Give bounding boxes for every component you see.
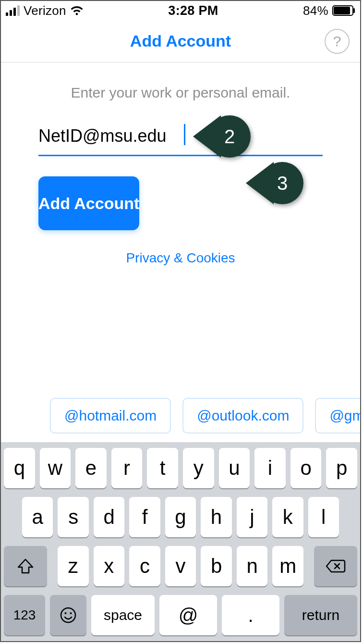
wifi-icon bbox=[70, 5, 84, 16]
key-v[interactable]: v bbox=[165, 546, 196, 586]
clock: 3:28 PM bbox=[168, 3, 218, 18]
text-cursor bbox=[184, 124, 185, 145]
carrier-label: Verizon bbox=[24, 3, 66, 18]
key-z[interactable]: z bbox=[58, 546, 89, 586]
key-backspace[interactable] bbox=[314, 546, 357, 586]
key-s[interactable]: s bbox=[58, 497, 88, 537]
key-t[interactable]: t bbox=[147, 448, 178, 488]
callout-3-label: 3 bbox=[277, 173, 288, 194]
add-account-button[interactable]: Add Account bbox=[38, 176, 139, 230]
key-d[interactable]: d bbox=[94, 497, 124, 537]
key-emoji[interactable] bbox=[50, 595, 86, 635]
email-input[interactable] bbox=[38, 123, 323, 156]
key-r[interactable]: r bbox=[111, 448, 143, 488]
battery-icon bbox=[332, 5, 355, 16]
key-shift[interactable] bbox=[4, 546, 47, 586]
page-title: Add Account bbox=[130, 32, 231, 50]
key-w[interactable]: w bbox=[40, 448, 71, 488]
add-account-label: Add Account bbox=[38, 194, 139, 213]
keyboard: q w e r t y u i o p a s d f g h j k l bbox=[1, 442, 360, 641]
battery-percent: 84% bbox=[303, 3, 328, 18]
callout-2-label: 2 bbox=[224, 126, 235, 148]
key-at[interactable]: @ bbox=[159, 595, 217, 635]
privacy-cookies-link[interactable]: Privacy & Cookies bbox=[126, 250, 235, 265]
backspace-icon bbox=[326, 559, 346, 573]
help-icon: ? bbox=[333, 33, 341, 50]
key-f[interactable]: f bbox=[129, 497, 160, 537]
email-suggestions: @hotmail.com @outlook.com @gmail.com bbox=[38, 398, 323, 442]
privacy-link-wrap: Privacy & Cookies bbox=[38, 250, 323, 266]
key-b[interactable]: b bbox=[201, 546, 232, 586]
email-field-wrap: 2 bbox=[38, 123, 323, 156]
svg-rect-2 bbox=[353, 8, 355, 13]
shift-icon bbox=[17, 558, 34, 574]
key-p[interactable]: p bbox=[326, 448, 357, 488]
key-j[interactable]: j bbox=[237, 497, 267, 537]
key-numbers[interactable]: 123 bbox=[4, 595, 45, 635]
nav-bar: Add Account ? bbox=[1, 20, 360, 62]
suggestion-outlook[interactable]: @outlook.com bbox=[182, 398, 303, 433]
callout-step-2: 2 bbox=[193, 115, 251, 158]
key-x[interactable]: x bbox=[94, 546, 125, 586]
suggestion-hotmail[interactable]: @hotmail.com bbox=[50, 398, 171, 433]
key-h[interactable]: h bbox=[201, 497, 231, 537]
key-a[interactable]: a bbox=[22, 497, 53, 537]
key-k[interactable]: k bbox=[272, 497, 303, 537]
signal-bars-icon bbox=[6, 5, 20, 16]
prompt-text: Enter your work or personal email. bbox=[38, 85, 323, 101]
emoji-icon bbox=[60, 607, 77, 624]
key-i[interactable]: i bbox=[254, 448, 286, 488]
key-c[interactable]: c bbox=[129, 546, 160, 586]
help-button[interactable]: ? bbox=[325, 29, 350, 54]
key-q[interactable]: q bbox=[4, 448, 35, 488]
callout-step-3: 3 bbox=[246, 162, 303, 204]
suggestion-gmail[interactable]: @gmail.com bbox=[315, 398, 361, 433]
phone-screen: Verizon 3:28 PM 84% Add Account ? Enter … bbox=[0, 0, 361, 642]
svg-point-4 bbox=[65, 612, 67, 614]
key-return[interactable]: return bbox=[284, 595, 357, 635]
key-dot[interactable]: . bbox=[222, 595, 279, 635]
key-y[interactable]: y bbox=[183, 448, 214, 488]
key-n[interactable]: n bbox=[237, 546, 268, 586]
svg-rect-1 bbox=[334, 7, 350, 14]
key-u[interactable]: u bbox=[219, 448, 250, 488]
content-area: Enter your work or personal email. 2 Add… bbox=[1, 62, 360, 442]
svg-point-3 bbox=[61, 608, 75, 622]
key-space[interactable]: space bbox=[91, 595, 155, 635]
key-e[interactable]: e bbox=[75, 448, 107, 488]
key-o[interactable]: o bbox=[290, 448, 322, 488]
key-m[interactable]: m bbox=[272, 546, 303, 586]
status-bar: Verizon 3:28 PM 84% bbox=[1, 1, 360, 20]
key-g[interactable]: g bbox=[165, 497, 196, 537]
svg-point-5 bbox=[70, 612, 72, 614]
key-l[interactable]: l bbox=[308, 497, 339, 537]
